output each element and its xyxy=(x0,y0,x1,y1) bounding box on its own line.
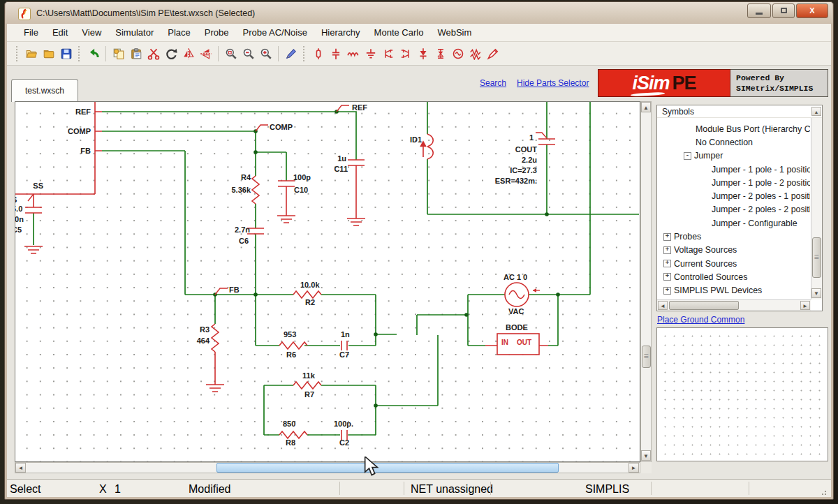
capacitor-COUT[interactable] xyxy=(538,139,555,144)
place-pfet-button[interactable] xyxy=(397,45,414,63)
symbols-scroll-down-arrow[interactable]: ▼ xyxy=(811,288,821,298)
tree-item-jumper-2p1p[interactable]: Jumper - 2 poles - 1 positi xyxy=(658,189,810,202)
place-resistor-button[interactable] xyxy=(309,45,327,63)
maximize-button[interactable] xyxy=(772,3,795,18)
copy-button[interactable] xyxy=(110,45,127,63)
resistor-R8[interactable] xyxy=(279,431,307,438)
place-inductor-button[interactable] xyxy=(344,45,362,63)
tree-item-module-bus-port[interactable]: Module Bus Port (Hierarchy C xyxy=(658,122,810,135)
resize-grip[interactable] xyxy=(821,489,828,496)
cout-ic: IC=27.3 xyxy=(510,166,537,175)
place-pwl-source-button[interactable] xyxy=(466,45,484,63)
place-nfet-button[interactable] xyxy=(379,45,397,63)
canvas-vertical-scrollbar[interactable] xyxy=(640,101,652,462)
search-link[interactable]: Search xyxy=(480,78,506,88)
symbols-scroll-up-arrow[interactable]: ▲ xyxy=(811,107,821,116)
rotate-button[interactable] xyxy=(162,45,179,63)
menu-websim[interactable]: WebSim xyxy=(430,24,478,41)
tree-item-current-sources[interactable]: +Current Sources xyxy=(658,257,810,270)
zoom-area-button[interactable] xyxy=(222,45,240,63)
tree-item-jumper-2p2p[interactable]: Jumper - 2 poles - 2 positi xyxy=(658,203,810,216)
expand-icon[interactable]: + xyxy=(663,246,671,254)
menu-simulator[interactable]: Simulator xyxy=(108,24,161,41)
scroll-up-arrow[interactable]: ▲ xyxy=(641,102,651,112)
c6-value: 2.7n xyxy=(235,225,250,234)
toolbar-grip xyxy=(16,46,19,61)
wire-net-ref[interactable] xyxy=(102,112,356,160)
wire-jumper-upper[interactable] xyxy=(417,315,466,335)
capacitor-C10[interactable] xyxy=(277,181,295,223)
cut-button[interactable] xyxy=(145,45,162,63)
canvas-vertical-scroll-thumb[interactable]: ☰ xyxy=(642,346,651,368)
tab-test-wxsch[interactable]: test.wxsch xyxy=(11,79,78,102)
tree-item-simplis-pwl-devices[interactable]: +SIMPLIS PWL Devices xyxy=(658,284,810,297)
ic-block[interactable]: REF COMP FB SS xyxy=(15,102,102,194)
expand-icon[interactable]: + xyxy=(663,287,671,295)
capacitor-C7[interactable] xyxy=(341,341,347,350)
expand-icon[interactable]: + xyxy=(663,233,671,241)
wire-net-comp[interactable] xyxy=(102,131,286,295)
save-button[interactable] xyxy=(57,45,75,63)
open-schematic-button[interactable] xyxy=(22,45,40,63)
tree-item-probes[interactable]: +Probes xyxy=(658,230,810,243)
canvas-horizontal-scroll-thumb[interactable] xyxy=(216,463,559,473)
tree-item-jumper-1p1p[interactable]: Jumper - 1 pole - 1 positio xyxy=(658,163,810,176)
r8-value: 850 xyxy=(283,420,295,428)
tree-item-no-connection[interactable]: No Connection xyxy=(658,135,810,149)
hide-parts-selector-link[interactable]: Hide Parts Selector xyxy=(517,78,589,88)
zoom-out-button[interactable] xyxy=(240,45,257,63)
menu-probe[interactable]: Probe xyxy=(198,24,236,41)
current-source-ID1[interactable] xyxy=(421,134,434,159)
vac-ref: VAC xyxy=(508,307,524,316)
place-capacitor-button[interactable] xyxy=(327,45,344,63)
collapse-icon[interactable]: - xyxy=(684,152,691,160)
net-label-ref: REF xyxy=(352,103,367,112)
tree-item-jumper-configurable[interactable]: Jumper - Configurable xyxy=(658,216,810,230)
mirror-vertical-button[interactable] xyxy=(179,45,197,63)
expand-icon[interactable]: + xyxy=(663,273,671,281)
place-ground-common-link[interactable]: Place Ground Common xyxy=(657,315,744,325)
menu-edit[interactable]: Edit xyxy=(45,24,75,41)
tree-item-voltage-sources[interactable]: +Voltage Sources xyxy=(658,244,810,257)
close-schematic-button[interactable] xyxy=(40,45,57,63)
scroll-down-arrow[interactable]: ▼ xyxy=(641,450,651,461)
menu-hierarchy[interactable]: Hierarchy xyxy=(314,24,367,41)
resistor-R4[interactable] xyxy=(252,176,259,204)
symbols-horizontal-scroll-thumb[interactable] xyxy=(669,301,739,310)
place-ac-source-button[interactable] xyxy=(449,45,466,63)
title-bar[interactable]: C:\Users\Matt\Documents\iSim PE\test.wxs… xyxy=(6,2,832,23)
resistor-R3[interactable] xyxy=(206,324,224,392)
resistor-R7[interactable] xyxy=(293,382,321,389)
symbols-scroll-right-arrow[interactable]: ► xyxy=(800,301,810,310)
resistor-R2[interactable] xyxy=(293,291,321,298)
symbols-vertical-scroll-thumb[interactable]: ☰ xyxy=(812,237,821,278)
tree-item-controlled-sources[interactable]: +Controlled Sources xyxy=(658,270,810,283)
place-diode-button[interactable] xyxy=(414,45,432,63)
schematic-drawing[interactable]: REF COMP FB SS xyxy=(15,102,639,461)
menu-place[interactable]: Place xyxy=(161,24,198,41)
scroll-left-arrow[interactable]: ◄ xyxy=(15,463,26,473)
tree-item-jumper[interactable]: -Jumper xyxy=(658,149,810,163)
menu-monte-carlo[interactable]: Monte Carlo xyxy=(367,24,431,41)
scroll-right-arrow[interactable]: ► xyxy=(628,463,639,473)
r3-ref: R3 xyxy=(200,325,210,334)
menu-view[interactable]: View xyxy=(75,24,108,41)
place-ground-button[interactable] xyxy=(362,45,379,63)
resistor-R6[interactable] xyxy=(279,342,307,349)
minimize-button[interactable] xyxy=(747,3,771,18)
menu-probe-ac-noise[interactable]: Probe AC/Noise xyxy=(235,24,314,41)
tree-item-jumper-1p2p[interactable]: Jumper - 1 pole - 2 positio xyxy=(658,176,810,189)
paste-button[interactable] xyxy=(127,45,145,63)
undo-button[interactable] xyxy=(84,45,102,63)
capacitor-C11[interactable] xyxy=(347,160,365,225)
expand-icon[interactable]: + xyxy=(663,260,671,267)
symbols-scroll-left-arrow[interactable]: ◄ xyxy=(658,301,668,310)
place-probe-button[interactable] xyxy=(484,45,501,63)
place-bjt-button[interactable] xyxy=(432,45,449,63)
close-button[interactable]: X xyxy=(796,3,828,18)
menu-file[interactable]: File xyxy=(17,24,45,41)
mirror-horizontal-button[interactable] xyxy=(197,45,214,63)
draw-wire-button[interactable] xyxy=(282,45,300,63)
wire-ac-loop[interactable] xyxy=(466,102,590,346)
zoom-in-button[interactable] xyxy=(257,45,274,63)
